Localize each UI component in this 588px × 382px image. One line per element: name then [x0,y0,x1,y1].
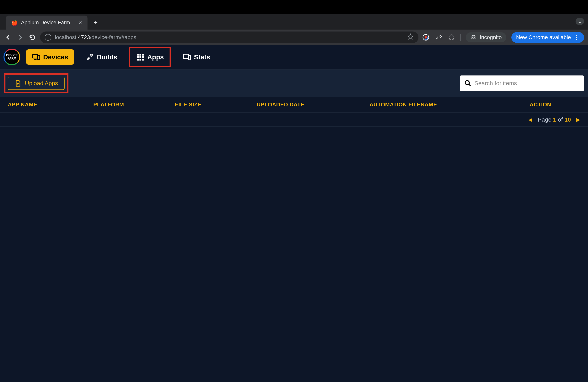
url-text: localhost:4723/device-farm/#apps [55,34,136,41]
browser-toolbar: i localhost:4723/device-farm/#apps ♪? In… [0,30,588,45]
close-tab-icon[interactable]: × [78,20,82,26]
nav-builds[interactable]: Builds [80,49,123,65]
page-prev-button[interactable]: ◀ [528,117,532,123]
nav-stats-label: Stats [194,53,210,61]
new-tab-button[interactable]: + [90,17,101,28]
nav-devices-label: Devices [43,53,68,61]
svg-rect-9 [140,56,141,58]
col-header-uploaded-date: UPLOADED DATE [257,102,362,108]
forward-button[interactable] [16,33,24,42]
svg-rect-7 [142,54,144,56]
address-bar[interactable]: i localhost:4723/device-farm/#apps [40,32,419,43]
svg-rect-11 [137,59,139,61]
svg-rect-10 [142,56,144,58]
svg-rect-6 [140,54,141,56]
nav-builds-label: Builds [97,53,117,61]
svg-point-16 [465,81,469,85]
site-info-icon[interactable]: i [45,34,51,41]
apps-grid-icon [136,53,145,61]
page-next-button[interactable]: ▶ [576,117,580,123]
col-header-automation-filename: AUTOMATION FILENAME [369,102,522,108]
stats-icon [183,53,191,61]
svg-point-1 [425,36,427,39]
tools-icon [86,53,94,61]
nav-stats[interactable]: Stats [177,49,216,65]
browser-tab-strip: 🍎 Appium Device Farm × + [0,14,588,30]
svg-rect-15 [189,55,190,60]
incognito-indicator[interactable]: Incognito [466,32,506,42]
svg-rect-3 [33,54,38,58]
svg-rect-5 [137,54,139,56]
update-label: New Chrome available [516,34,571,41]
music-note-icon[interactable]: ♪? [435,33,442,41]
device-farm-logo[interactable]: DEVICEFARM [3,49,20,65]
app-header: DEVICEFARM Devices Builds Apps Stats [0,45,588,70]
action-bar: Upload Apps [0,70,588,97]
tab-favicon: 🍎 [11,20,18,26]
devices-icon [32,53,41,61]
tab-overflow-button[interactable]: ⌄ [576,18,584,25]
chrome-update-button[interactable]: New Chrome available ⋮ [511,32,584,43]
svg-rect-8 [137,56,139,58]
browser-tab[interactable]: 🍎 Appium Device Farm × [6,16,87,30]
profile-icon[interactable] [422,33,430,41]
upload-file-icon [14,80,21,87]
pagination: ◀ Page 1 of 10 ▶ [0,113,588,127]
extensions-icon[interactable] [448,33,455,41]
reload-button[interactable] [28,33,37,42]
svg-rect-4 [38,56,40,60]
svg-rect-14 [183,54,189,58]
nav-devices[interactable]: Devices [26,49,74,65]
upload-apps-label: Upload Apps [25,80,58,86]
menu-dots-icon: ⋮ [574,34,579,41]
bookmark-star-icon[interactable] [407,33,414,42]
col-header-file-size: FILE SIZE [175,102,249,108]
col-header-platform: PLATFORM [93,102,167,108]
incognito-icon [470,34,477,41]
upload-apps-button[interactable]: Upload Apps [8,77,64,90]
incognito-label: Incognito [480,34,502,41]
col-header-app-name: APP NAME [8,102,85,108]
svg-rect-13 [142,59,144,61]
col-header-action: ACTION [530,102,580,108]
svg-rect-12 [140,59,141,61]
search-input[interactable] [474,80,579,86]
table-header-row: APP NAME PLATFORM FILE SIZE UPLOADED DAT… [0,97,588,113]
search-icon [464,80,471,87]
back-button[interactable] [4,33,12,42]
upload-highlight-box: Upload Apps [4,73,68,93]
nav-apps-label: Apps [147,53,164,61]
page-indicator: Page 1 of 10 [538,116,571,123]
tab-title: Appium Device Farm [21,20,70,26]
search-box[interactable] [460,75,584,91]
nav-apps[interactable]: Apps [129,47,171,67]
